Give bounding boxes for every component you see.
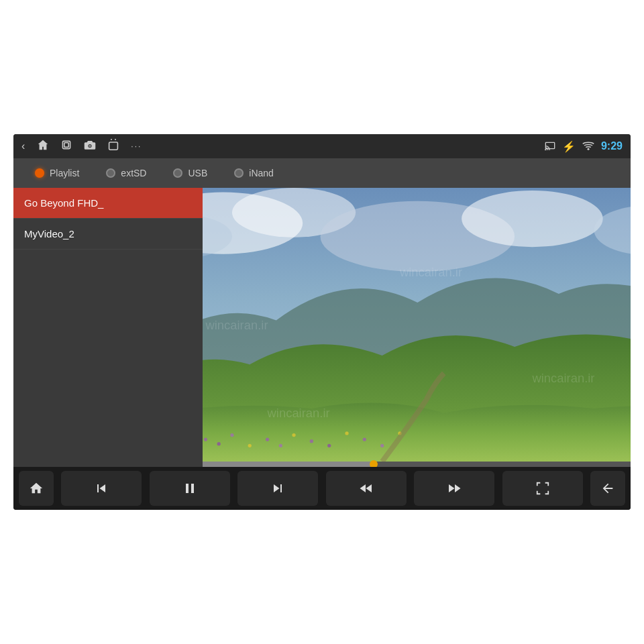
- progress-thumb: [370, 460, 378, 467]
- camera-nav-icon[interactable]: [84, 140, 96, 153]
- tab-playlist[interactable]: Playlist: [21, 168, 93, 178]
- tab-usb-label: USB: [188, 168, 207, 178]
- progress-fill: [203, 462, 374, 467]
- tab-usb[interactable]: USB: [160, 168, 221, 178]
- playlist-item-2[interactable]: MyVideo_2: [13, 219, 203, 250]
- source-tabs: Playlist extSD USB iNand: [13, 158, 631, 188]
- status-time: 9:29: [601, 140, 623, 152]
- bluetooth-icon: ⚡: [562, 140, 576, 153]
- svg-point-18: [248, 444, 252, 447]
- back-button[interactable]: [590, 471, 625, 506]
- svg-rect-1: [64, 143, 68, 147]
- playlist-panel: Go Beyond FHD_ MyVideo_2: [13, 188, 203, 467]
- tab-dot-inand: [234, 168, 244, 178]
- cast-icon: [545, 141, 555, 152]
- home-button[interactable]: [19, 471, 54, 506]
- tab-dot-playlist: [35, 168, 44, 178]
- bag-nav-icon[interactable]: [108, 139, 119, 154]
- status-right: ⚡ 9:29: [545, 140, 623, 153]
- tab-inand[interactable]: iNand: [221, 168, 287, 178]
- playlist-item-1[interactable]: Go Beyond FHD_: [13, 188, 203, 219]
- svg-point-12: [462, 191, 603, 247]
- svg-text:wincairan.ir: wincairan.ir: [267, 406, 330, 420]
- video-progress[interactable]: [203, 462, 631, 467]
- rewind-button[interactable]: [326, 471, 407, 506]
- video-area: wincairan.ir wincairan.ir wincairan.ir w…: [203, 188, 631, 467]
- back-nav-icon[interactable]: ‹: [21, 140, 25, 152]
- next-button[interactable]: [237, 471, 318, 506]
- wifi-icon: [582, 141, 594, 152]
- svg-point-23: [327, 444, 331, 447]
- svg-point-17: [230, 433, 233, 437]
- more-nav-icon[interactable]: ···: [131, 142, 142, 151]
- svg-point-19: [266, 437, 269, 441]
- tab-extsd[interactable]: extSD: [93, 168, 160, 178]
- svg-point-6: [545, 150, 546, 150]
- video-frame: wincairan.ir wincairan.ir wincairan.ir w…: [203, 188, 631, 462]
- home-nav-icon[interactable]: [37, 139, 49, 154]
- svg-point-21: [292, 433, 295, 437]
- svg-text:wincairan.ir: wincairan.ir: [205, 318, 268, 332]
- tab-inand-label: iNand: [249, 168, 274, 178]
- prev-button[interactable]: [61, 471, 142, 506]
- svg-point-25: [363, 437, 366, 441]
- recents-nav-icon[interactable]: [61, 140, 72, 153]
- tab-dot-extsd: [106, 168, 115, 178]
- svg-point-22: [310, 439, 313, 443]
- main-content: Go Beyond FHD_ MyVideo_2: [13, 188, 631, 467]
- bottom-controls: [13, 467, 631, 510]
- video-container[interactable]: wincairan.ir wincairan.ir wincairan.ir w…: [203, 188, 631, 462]
- status-bar: ‹: [13, 134, 631, 158]
- fullscreen-button[interactable]: [502, 471, 583, 506]
- tab-dot-usb: [173, 168, 182, 178]
- svg-point-24: [345, 431, 348, 435]
- svg-text:wincairan.ir: wincairan.ir: [399, 265, 462, 279]
- svg-text:wincairan.ir: wincairan.ir: [531, 371, 594, 385]
- playlist-item-1-title: Go Beyond FHD_: [24, 197, 103, 209]
- svg-rect-4: [109, 142, 118, 150]
- nav-icons: ‹: [21, 139, 545, 154]
- svg-point-16: [217, 442, 221, 445]
- tab-extsd-label: extSD: [121, 168, 146, 178]
- svg-point-26: [380, 444, 384, 447]
- svg-point-20: [279, 444, 282, 447]
- svg-point-7: [587, 148, 589, 150]
- svg-point-3: [89, 145, 91, 148]
- playlist-item-2-title: MyVideo_2: [24, 228, 74, 239]
- fastforward-button[interactable]: [414, 471, 494, 506]
- tab-playlist-label: Playlist: [50, 168, 79, 178]
- svg-point-15: [204, 437, 207, 441]
- device-frame: ‹: [13, 134, 631, 510]
- pause-button[interactable]: [150, 471, 230, 506]
